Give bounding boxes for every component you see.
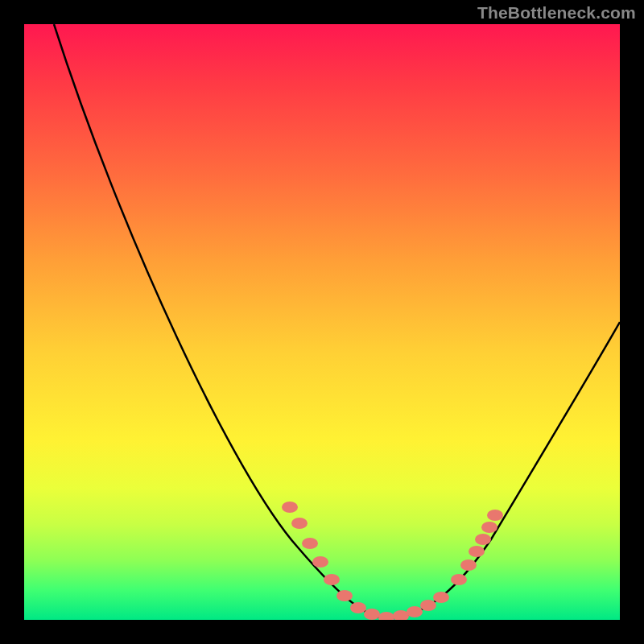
- plot-area: [24, 24, 620, 620]
- marker: [451, 574, 467, 585]
- chart-frame: TheBottleneck.com: [0, 0, 644, 644]
- marker: [393, 610, 409, 620]
- marker: [364, 609, 380, 620]
- marker: [336, 590, 353, 601]
- watermark-text: TheBottleneck.com: [477, 3, 636, 23]
- marker: [407, 606, 423, 617]
- marker: [475, 534, 491, 545]
- marker: [433, 592, 449, 603]
- chart-svg: [24, 24, 620, 620]
- marker: [302, 538, 318, 549]
- marker: [469, 546, 485, 557]
- marker: [282, 502, 298, 513]
- marker: [420, 600, 436, 611]
- marker: [481, 522, 497, 533]
- bottleneck-curve: [54, 24, 620, 618]
- marker: [324, 574, 340, 585]
- marker-group: [282, 502, 503, 620]
- marker: [312, 556, 328, 568]
- marker: [378, 612, 394, 620]
- marker: [350, 602, 366, 613]
- marker: [291, 518, 308, 529]
- marker: [487, 510, 503, 521]
- marker: [460, 559, 477, 571]
